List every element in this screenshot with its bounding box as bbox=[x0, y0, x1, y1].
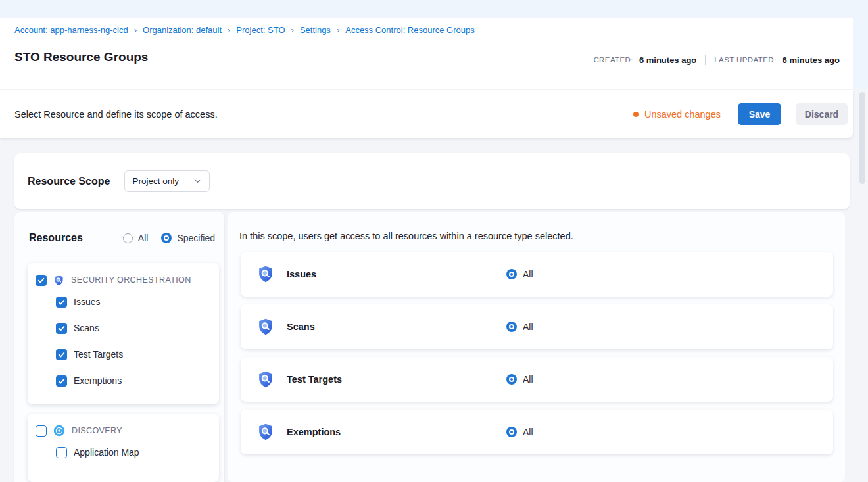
resource-row-label: Test Targets bbox=[287, 374, 342, 385]
chevron-right-icon: › bbox=[134, 25, 137, 35]
sto-shield-icon bbox=[256, 370, 275, 389]
access-radio-all[interactable]: All bbox=[506, 322, 533, 332]
resource-item-label: Issues bbox=[74, 297, 100, 307]
resource-item-label: Test Targets bbox=[74, 349, 123, 360]
access-label: All bbox=[523, 322, 533, 332]
breadcrumb: Account: app-harness-ng-cicd › Organizat… bbox=[14, 25, 475, 35]
radio-selected[interactable] bbox=[506, 269, 517, 279]
access-label: All bbox=[523, 427, 533, 437]
check-icon bbox=[57, 324, 66, 333]
resources-title: Resources bbox=[29, 232, 83, 244]
radio-selected[interactable] bbox=[506, 322, 517, 332]
last-updated-value: 6 minutes ago bbox=[783, 55, 840, 65]
resource-group-discovery: DISCOVERY Application Map bbox=[28, 414, 219, 482]
discovery-checkbox[interactable] bbox=[36, 425, 47, 437]
test-targets-checkbox[interactable] bbox=[56, 349, 67, 360]
resource-row-test-targets: Test Targets All bbox=[241, 357, 833, 402]
resource-group-security-orchestration: SECURITY ORCHESTRATION Issues Scans Test… bbox=[28, 263, 219, 404]
resource-scope-label: Resource Scope bbox=[28, 176, 110, 187]
radio-specified-selected[interactable] bbox=[161, 233, 172, 243]
toolbar-actions: Unsaved changes Save Discard bbox=[633, 103, 848, 125]
access-label: All bbox=[523, 269, 533, 279]
resource-scope-card: Resource Scope Project only bbox=[14, 153, 850, 209]
scans-checkbox[interactable] bbox=[56, 323, 67, 334]
scope-detail-panel: In this scope, users get access to all r… bbox=[228, 212, 845, 482]
breadcrumb-organization-link[interactable]: Organization: default bbox=[143, 25, 222, 35]
radio-option-all[interactable]: All bbox=[123, 233, 149, 243]
header-meta: CREATED: 6 minutes ago LAST UPDATED: 6 m… bbox=[593, 55, 840, 65]
resource-item-issues[interactable]: Issues bbox=[36, 289, 211, 315]
exemptions-checkbox[interactable] bbox=[56, 375, 67, 387]
page-header: Account: app-harness-ng-cicd › Organizat… bbox=[0, 18, 853, 89]
check-icon bbox=[57, 350, 66, 359]
resources-sidebar-header: Resources All Specified bbox=[29, 232, 215, 244]
meta-divider bbox=[705, 55, 706, 65]
radio-specified-label: Specified bbox=[177, 233, 215, 243]
breadcrumb-settings-link[interactable]: Settings bbox=[300, 25, 331, 35]
top-strip bbox=[0, 0, 868, 18]
check-icon bbox=[37, 276, 45, 285]
resource-row-exemptions: Exemptions All bbox=[241, 410, 833, 454]
discovery-icon bbox=[53, 425, 65, 437]
page-title: STO Resource Groups bbox=[14, 50, 148, 64]
last-updated-label: LAST UPDATED: bbox=[714, 56, 776, 64]
chevron-right-icon: › bbox=[228, 25, 230, 35]
group-label: SECURITY ORCHESTRATION bbox=[71, 276, 191, 285]
unsaved-changes-label: Unsaved changes bbox=[644, 109, 721, 120]
resource-row-issues: Issues All bbox=[241, 252, 833, 297]
unsaved-dot-icon bbox=[633, 112, 639, 117]
save-button[interactable]: Save bbox=[738, 103, 781, 125]
radio-option-specified[interactable]: Specified bbox=[161, 233, 215, 243]
group-header[interactable]: DISCOVERY bbox=[36, 422, 211, 439]
check-icon bbox=[57, 298, 66, 306]
resource-item-exemptions[interactable]: Exemptions bbox=[36, 368, 211, 394]
radio-all-label: All bbox=[138, 233, 149, 243]
resource-item-scans[interactable]: Scans bbox=[36, 315, 211, 341]
breadcrumb-account-link[interactable]: Account: app-harness-ng-cicd bbox=[14, 25, 128, 35]
radio-selected[interactable] bbox=[506, 374, 517, 385]
resource-item-label: Scans bbox=[74, 323, 99, 333]
chevron-right-icon: › bbox=[337, 25, 339, 35]
breadcrumb-resource-groups-link[interactable]: Access Control: Resource Groups bbox=[345, 25, 475, 35]
sto-shield-icon bbox=[256, 265, 275, 283]
chevron-right-icon: › bbox=[291, 25, 294, 35]
resource-scope-selected-value: Project only bbox=[132, 176, 179, 186]
access-radio-all[interactable]: All bbox=[506, 269, 533, 279]
resources-sidebar: Resources All Specified SECURITY ORCHEST… bbox=[14, 212, 224, 482]
action-toolbar: Select Resource and define its scope of … bbox=[0, 90, 853, 138]
radio-all-unselected[interactable] bbox=[123, 233, 133, 243]
group-label: DISCOVERY bbox=[72, 426, 122, 435]
access-radio-all[interactable]: All bbox=[506, 427, 533, 437]
toolbar-description: Select Resource and define its scope of … bbox=[14, 109, 218, 120]
sto-shield-icon bbox=[256, 318, 275, 336]
resource-item-test-targets[interactable]: Test Targets bbox=[36, 341, 211, 368]
resource-row-label: Scans bbox=[287, 322, 315, 332]
sto-shield-icon bbox=[53, 275, 64, 286]
scope-description: In this scope, users get access to all r… bbox=[239, 231, 573, 241]
group-header[interactable]: SECURITY ORCHESTRATION bbox=[36, 272, 211, 289]
resource-row-label: Exemptions bbox=[287, 427, 341, 437]
scrollbar-thumb[interactable] bbox=[859, 92, 865, 184]
resource-item-label: Application Map bbox=[74, 447, 139, 458]
resource-item-label: Exemptions bbox=[74, 375, 122, 386]
application-map-checkbox[interactable] bbox=[56, 447, 67, 458]
resource-row-scans: Scans All bbox=[241, 304, 833, 349]
radio-selected[interactable] bbox=[506, 427, 517, 437]
check-icon bbox=[57, 377, 66, 385]
created-value: 6 minutes ago bbox=[639, 55, 696, 65]
created-label: CREATED: bbox=[593, 56, 633, 64]
discard-button[interactable]: Discard bbox=[796, 103, 848, 125]
unsaved-changes-indicator: Unsaved changes bbox=[633, 109, 721, 120]
access-radio-all[interactable]: All bbox=[506, 374, 533, 385]
right-gutter bbox=[853, 18, 868, 89]
access-label: All bbox=[523, 374, 533, 385]
resource-mode-radios: All Specified bbox=[123, 233, 215, 243]
chevron-down-icon bbox=[193, 177, 202, 185]
resource-row-label: Issues bbox=[287, 269, 316, 279]
security-orchestration-checkbox[interactable] bbox=[36, 275, 47, 286]
resource-item-application-map[interactable]: Application Map bbox=[36, 439, 211, 466]
resource-scope-select[interactable]: Project only bbox=[124, 170, 210, 192]
issues-checkbox[interactable] bbox=[56, 297, 67, 308]
breadcrumb-project-link[interactable]: Project: STO bbox=[236, 25, 285, 35]
sto-shield-icon bbox=[256, 423, 275, 441]
